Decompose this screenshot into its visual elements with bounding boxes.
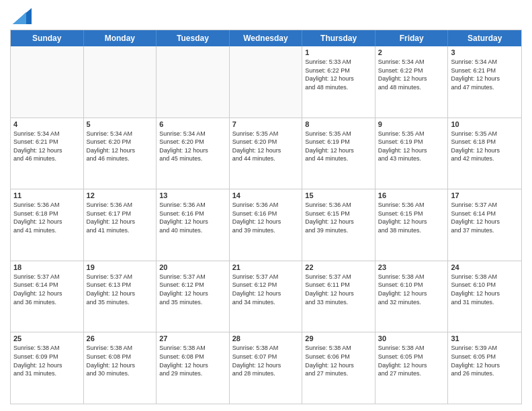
calendar-cell: 4Sunrise: 5:34 AM Sunset: 6:21 PM Daylig…: [11, 118, 84, 189]
cell-info: Sunrise: 5:38 AM Sunset: 6:10 PM Dayligh…: [451, 273, 519, 306]
day-number: 31: [451, 334, 519, 342]
day-number: 18: [13, 263, 81, 271]
calendar-cell: 23Sunrise: 5:38 AM Sunset: 6:10 PM Dayli…: [375, 261, 449, 332]
day-number: 1: [305, 48, 372, 56]
calendar-cell: 20Sunrise: 5:37 AM Sunset: 6:12 PM Dayli…: [157, 261, 230, 332]
calendar-cell: 19Sunrise: 5:37 AM Sunset: 6:13 PM Dayli…: [84, 261, 157, 332]
cell-info: Sunrise: 5:38 AM Sunset: 6:05 PM Dayligh…: [378, 344, 445, 377]
calendar-header: SundayMondayTuesdayWednesdayThursdayFrid…: [11, 30, 521, 46]
calendar-row: 4Sunrise: 5:34 AM Sunset: 6:21 PM Daylig…: [11, 118, 521, 189]
calendar-cell: [84, 46, 157, 118]
day-number: 10: [451, 120, 519, 128]
calendar-header-cell: Wednesday: [230, 30, 303, 46]
day-number: 3: [451, 48, 519, 56]
calendar-header-cell: Saturday: [448, 30, 521, 46]
calendar-header-cell: Tuesday: [157, 30, 230, 46]
calendar-cell: 14Sunrise: 5:36 AM Sunset: 6:16 PM Dayli…: [230, 189, 303, 261]
calendar-cell: 29Sunrise: 5:38 AM Sunset: 6:06 PM Dayli…: [302, 332, 375, 404]
cell-info: Sunrise: 5:38 AM Sunset: 6:09 PM Dayligh…: [13, 344, 81, 377]
day-number: 17: [451, 191, 519, 199]
header: [10, 7, 522, 24]
calendar-row: 18Sunrise: 5:37 AM Sunset: 6:14 PM Dayli…: [11, 261, 521, 332]
day-number: 21: [232, 263, 300, 271]
cell-info: Sunrise: 5:37 AM Sunset: 6:12 PM Dayligh…: [159, 273, 226, 306]
day-number: 26: [87, 334, 154, 342]
cell-info: Sunrise: 5:37 AM Sunset: 6:12 PM Dayligh…: [232, 273, 300, 306]
cell-info: Sunrise: 5:35 AM Sunset: 6:19 PM Dayligh…: [305, 130, 372, 163]
calendar-cell: 16Sunrise: 5:36 AM Sunset: 6:15 PM Dayli…: [375, 189, 449, 261]
calendar-cell: 6Sunrise: 5:34 AM Sunset: 6:20 PM Daylig…: [157, 118, 230, 189]
day-number: 22: [305, 263, 372, 271]
calendar-header-cell: Sunday: [11, 30, 84, 46]
day-number: 5: [87, 120, 154, 128]
calendar-header-cell: Friday: [375, 30, 449, 46]
cell-info: Sunrise: 5:34 AM Sunset: 6:21 PM Dayligh…: [13, 130, 81, 163]
day-number: 28: [232, 334, 300, 342]
cell-info: Sunrise: 5:35 AM Sunset: 6:20 PM Dayligh…: [232, 130, 300, 163]
calendar-cell: 17Sunrise: 5:37 AM Sunset: 6:14 PM Dayli…: [448, 189, 521, 261]
calendar-row: 25Sunrise: 5:38 AM Sunset: 6:09 PM Dayli…: [11, 332, 521, 404]
calendar-header-cell: Monday: [84, 30, 157, 46]
day-number: 16: [378, 191, 445, 199]
day-number: 12: [87, 191, 154, 199]
cell-info: Sunrise: 5:38 AM Sunset: 6:08 PM Dayligh…: [87, 344, 154, 377]
cell-info: Sunrise: 5:36 AM Sunset: 6:16 PM Dayligh…: [232, 201, 300, 234]
cell-info: Sunrise: 5:36 AM Sunset: 6:16 PM Dayligh…: [159, 201, 226, 234]
calendar-cell: 27Sunrise: 5:38 AM Sunset: 6:08 PM Dayli…: [157, 332, 230, 404]
calendar-cell: 22Sunrise: 5:37 AM Sunset: 6:11 PM Dayli…: [302, 261, 375, 332]
cell-info: Sunrise: 5:37 AM Sunset: 6:13 PM Dayligh…: [87, 273, 154, 306]
calendar: SundayMondayTuesdayWednesdayThursdayFrid…: [10, 30, 522, 404]
calendar-cell: 1Sunrise: 5:33 AM Sunset: 6:22 PM Daylig…: [302, 46, 375, 118]
cell-info: Sunrise: 5:38 AM Sunset: 6:07 PM Dayligh…: [232, 344, 300, 377]
calendar-cell: [11, 46, 84, 118]
calendar-cell: 30Sunrise: 5:38 AM Sunset: 6:05 PM Dayli…: [375, 332, 449, 404]
calendar-cell: 15Sunrise: 5:36 AM Sunset: 6:15 PM Dayli…: [302, 189, 375, 261]
day-number: 24: [451, 263, 519, 271]
day-number: 30: [378, 334, 445, 342]
calendar-cell: 5Sunrise: 5:34 AM Sunset: 6:20 PM Daylig…: [84, 118, 157, 189]
calendar-cell: [157, 46, 230, 118]
day-number: 13: [159, 191, 226, 199]
cell-info: Sunrise: 5:39 AM Sunset: 6:05 PM Dayligh…: [451, 344, 519, 377]
calendar-cell: 13Sunrise: 5:36 AM Sunset: 6:16 PM Dayli…: [157, 189, 230, 261]
cell-info: Sunrise: 5:34 AM Sunset: 6:20 PM Dayligh…: [159, 130, 226, 163]
calendar-cell: 10Sunrise: 5:35 AM Sunset: 6:18 PM Dayli…: [448, 118, 521, 189]
cell-info: Sunrise: 5:38 AM Sunset: 6:10 PM Dayligh…: [378, 273, 445, 306]
day-number: 4: [13, 120, 81, 128]
calendar-cell: 28Sunrise: 5:38 AM Sunset: 6:07 PM Dayli…: [230, 332, 303, 404]
calendar-cell: 18Sunrise: 5:37 AM Sunset: 6:14 PM Dayli…: [11, 261, 84, 332]
day-number: 25: [13, 334, 81, 342]
day-number: 20: [159, 263, 226, 271]
day-number: 7: [232, 120, 300, 128]
calendar-cell: 21Sunrise: 5:37 AM Sunset: 6:12 PM Dayli…: [230, 261, 303, 332]
logo-icon: [13, 5, 32, 24]
page: SundayMondayTuesdayWednesdayThursdayFrid…: [0, 0, 532, 411]
cell-info: Sunrise: 5:36 AM Sunset: 6:15 PM Dayligh…: [305, 201, 372, 234]
calendar-row: 11Sunrise: 5:36 AM Sunset: 6:18 PM Dayli…: [11, 189, 521, 261]
calendar-cell: 7Sunrise: 5:35 AM Sunset: 6:20 PM Daylig…: [230, 118, 303, 189]
cell-info: Sunrise: 5:37 AM Sunset: 6:11 PM Dayligh…: [305, 273, 372, 306]
day-number: 14: [232, 191, 300, 199]
cell-info: Sunrise: 5:37 AM Sunset: 6:14 PM Dayligh…: [13, 273, 81, 306]
day-number: 8: [305, 120, 372, 128]
cell-info: Sunrise: 5:36 AM Sunset: 6:17 PM Dayligh…: [87, 201, 154, 234]
calendar-cell: [230, 46, 303, 118]
cell-info: Sunrise: 5:35 AM Sunset: 6:18 PM Dayligh…: [451, 130, 519, 163]
day-number: 11: [13, 191, 81, 199]
day-number: 6: [159, 120, 226, 128]
day-number: 23: [378, 263, 445, 271]
cell-info: Sunrise: 5:34 AM Sunset: 6:22 PM Dayligh…: [378, 58, 445, 91]
calendar-cell: 12Sunrise: 5:36 AM Sunset: 6:17 PM Dayli…: [84, 189, 157, 261]
calendar-cell: 26Sunrise: 5:38 AM Sunset: 6:08 PM Dayli…: [84, 332, 157, 404]
cell-info: Sunrise: 5:38 AM Sunset: 6:08 PM Dayligh…: [159, 344, 226, 377]
calendar-row: 1Sunrise: 5:33 AM Sunset: 6:22 PM Daylig…: [11, 46, 521, 118]
cell-info: Sunrise: 5:34 AM Sunset: 6:20 PM Dayligh…: [87, 130, 154, 163]
cell-info: Sunrise: 5:34 AM Sunset: 6:21 PM Dayligh…: [451, 58, 519, 91]
day-number: 29: [305, 334, 372, 342]
cell-info: Sunrise: 5:36 AM Sunset: 6:15 PM Dayligh…: [378, 201, 445, 234]
calendar-header-cell: Thursday: [302, 30, 375, 46]
calendar-body: 1Sunrise: 5:33 AM Sunset: 6:22 PM Daylig…: [11, 46, 521, 404]
calendar-cell: 25Sunrise: 5:38 AM Sunset: 6:09 PM Dayli…: [11, 332, 84, 404]
calendar-cell: 8Sunrise: 5:35 AM Sunset: 6:19 PM Daylig…: [302, 118, 375, 189]
calendar-cell: 11Sunrise: 5:36 AM Sunset: 6:18 PM Dayli…: [11, 189, 84, 261]
